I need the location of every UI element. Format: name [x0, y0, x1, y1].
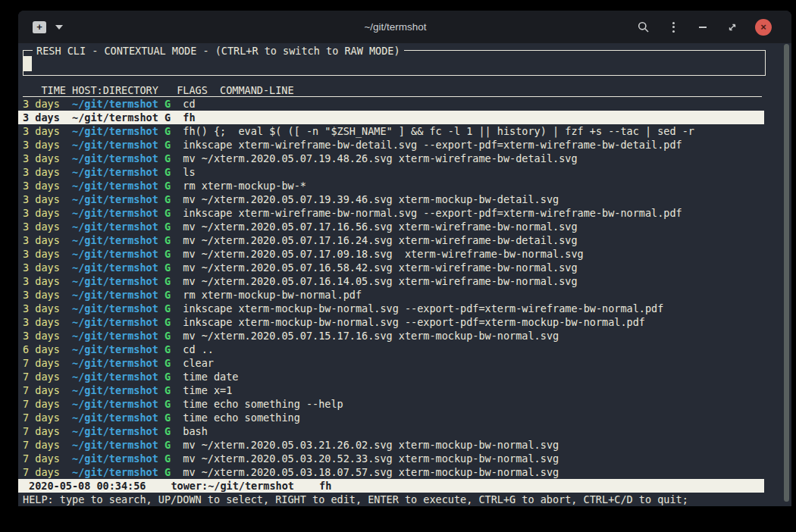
- cell-time: 3 days: [23, 316, 72, 328]
- restore-button[interactable]: [725, 20, 739, 34]
- minimize-button[interactable]: [696, 20, 710, 34]
- search-box-title: RESH CLI - CONTEXTUAL MODE - (CTRL+R to …: [33, 44, 404, 58]
- cell-cmd: mv ~/xterm.2020.05.03.21.26.02.svg xterm…: [183, 439, 559, 451]
- cell-cmd: mv ~/xterm.2020.05.07.15.17.16.svg xterm…: [183, 330, 559, 342]
- cell-time: 7 days: [23, 398, 72, 410]
- tab-dropdown-caret-icon[interactable]: [55, 25, 63, 30]
- new-tab-icon: +: [36, 21, 42, 33]
- search-icon[interactable]: [637, 20, 650, 34]
- cell-cmd: cd: [183, 98, 195, 110]
- history-row[interactable]: 3 days ~/git/termshot G inkscape xterm-w…: [18, 138, 764, 152]
- cell-flag: G: [165, 221, 183, 233]
- history-row[interactable]: 7 days ~/git/termshot G mv ~/xterm.2020.…: [18, 452, 764, 465]
- history-row[interactable]: 3 days ~/git/termshot G mv ~/xterm.2020.…: [18, 220, 764, 233]
- scrollbar-thumb[interactable]: [784, 44, 789, 502]
- cell-cmd: fh: [183, 111, 195, 124]
- cell-flag: G: [165, 275, 183, 287]
- history-row[interactable]: 3 days ~/git/termshot G fh() {; eval $( …: [18, 124, 764, 138]
- cell-cmd: rm xterm-mockup-bw-normal.pdf: [183, 289, 362, 301]
- cell-time: 3 days: [23, 275, 72, 287]
- cell-flag: G: [165, 343, 183, 355]
- history-row[interactable]: 3 days ~/git/termshot G mv ~/xterm.2020.…: [18, 247, 764, 261]
- cell-dir: ~/git/termshot: [72, 384, 165, 396]
- history-row[interactable]: 3 days ~/git/termshot G mv ~/xterm.2020.…: [18, 274, 764, 288]
- history-row[interactable]: 3 days ~/git/termshot G mv ~/xterm.2020.…: [18, 261, 764, 274]
- history-row[interactable]: 7 days ~/git/termshot G time date: [18, 370, 764, 383]
- cell-time: 3 days: [23, 261, 72, 274]
- cell-cmd: mv ~/xterm.2020.05.07.16.58.42.svg xterm…: [183, 261, 577, 274]
- cell-flag: G: [165, 125, 183, 137]
- cell-dir: ~/git/termshot: [72, 275, 165, 287]
- titlebar: + ~/git/termshot: [18, 11, 791, 43]
- cell-dir: ~/git/termshot: [72, 193, 165, 205]
- cell-dir: ~/git/termshot: [72, 316, 165, 328]
- cell-flag: G: [165, 289, 183, 301]
- history-row[interactable]: 3 days ~/git/termshot G inkscape xterm-w…: [18, 206, 764, 220]
- history-row[interactable]: 7 days ~/git/termshot G mv ~/xterm.2020.…: [18, 438, 764, 452]
- cell-dir: ~/git/termshot: [72, 439, 165, 451]
- history-row[interactable]: 3 days ~/git/termshot G mv ~/xterm.2020.…: [18, 152, 764, 165]
- history-row[interactable]: 7 days ~/git/termshot G time echo someth…: [18, 397, 764, 411]
- cell-dir: ~/git/termshot: [72, 139, 165, 151]
- text-cursor: [24, 56, 32, 71]
- history-row[interactable]: 7 days ~/git/termshot G bash: [18, 424, 764, 438]
- cell-time: 3 days: [23, 302, 72, 315]
- cell-cmd: inkscape xterm-wireframe-bw-detail.svg -…: [183, 139, 682, 151]
- new-tab-button[interactable]: +: [33, 21, 46, 33]
- cell-time: 3 days: [23, 139, 72, 151]
- history-row[interactable]: 7 days ~/git/termshot G mv ~/xterm.2020.…: [18, 465, 764, 479]
- history-row[interactable]: 3 days ~/git/termshot G cd: [18, 97, 764, 111]
- history-row[interactable]: 7 days ~/git/termshot G clear: [18, 356, 764, 370]
- history-row[interactable]: 3 days ~/git/termshot G inkscape xterm-m…: [18, 315, 764, 329]
- history-row[interactable]: 3 days ~/git/termshot G inkscape xterm-m…: [18, 302, 764, 315]
- history-row[interactable]: 3 days ~/git/termshot G mv ~/xterm.2020.…: [18, 233, 764, 247]
- cell-time: 3 days: [23, 166, 72, 178]
- cell-time: 3 days: [23, 193, 72, 205]
- help-line: HELP: type to search, UP/DOWN to select,…: [18, 493, 791, 506]
- cell-time: 3 days: [23, 125, 72, 137]
- cell-flag: G: [165, 98, 183, 110]
- terminal-window: + ~/git/termshot: [18, 11, 791, 506]
- cell-flag: G: [165, 452, 183, 465]
- cell-flag: G: [165, 261, 183, 274]
- cell-dir: ~/git/termshot: [72, 221, 165, 233]
- table-header: TIME HOST:DIRECTORY FLAGS COMMAND-LINE: [23, 83, 762, 97]
- scrollbar[interactable]: [781, 43, 791, 506]
- menu-kebab-icon[interactable]: [666, 20, 680, 34]
- cell-cmd: mv ~/xterm.2020.05.07.17.16.56.svg xterm…: [183, 221, 577, 233]
- cell-time: 7 days: [23, 384, 72, 396]
- history-row[interactable]: 7 days ~/git/termshot G time x=1: [18, 383, 764, 397]
- cell-time: 3 days: [23, 289, 72, 301]
- cell-dir: ~/git/termshot: [72, 466, 165, 478]
- cell-dir: ~/git/termshot: [72, 248, 165, 260]
- cell-dir: ~/git/termshot: [72, 207, 165, 219]
- cell-time: 3 days: [23, 152, 72, 164]
- cell-dir: ~/git/termshot: [72, 343, 165, 355]
- history-row[interactable]: 3 days ~/git/termshot G rm xterm-mockup-…: [18, 288, 764, 302]
- history-row[interactable]: 3 days ~/git/termshot G mv ~/xterm.2020.…: [18, 192, 764, 206]
- cell-dir: ~/git/termshot: [72, 302, 165, 315]
- cell-flag: G: [165, 425, 183, 437]
- history-row[interactable]: 3 days ~/git/termshot G mv ~/xterm.2020.…: [18, 329, 764, 343]
- cell-dir: ~/git/termshot: [72, 371, 165, 383]
- close-button[interactable]: ×: [755, 19, 772, 36]
- history-row-selected[interactable]: 3 days ~/git/termshot G fh: [18, 111, 764, 124]
- cell-time: 7 days: [23, 452, 72, 465]
- cell-dir: ~/git/termshot: [72, 234, 165, 246]
- history-row[interactable]: 3 days ~/git/termshot G rm xterm-mockup-…: [18, 179, 764, 192]
- search-box[interactable]: RESH CLI - CONTEXTUAL MODE - (CTRL+R to …: [23, 50, 766, 76]
- cell-dir: ~/git/termshot: [72, 98, 165, 110]
- cell-cmd: clear: [183, 357, 214, 369]
- cell-dir: ~/git/termshot: [72, 166, 165, 178]
- cell-flag: G: [165, 466, 183, 478]
- window-title: ~/git/termshot: [154, 21, 637, 33]
- history-list: 3 days ~/git/termshot G cd3 days ~/git/t…: [18, 97, 764, 479]
- history-row[interactable]: 6 days ~/git/termshot G cd ..: [18, 343, 764, 356]
- cell-dir: ~/git/termshot: [72, 330, 165, 342]
- cell-time: 7 days: [23, 439, 72, 451]
- cell-flag: G: [165, 207, 183, 219]
- history-row[interactable]: 7 days ~/git/termshot G time echo someth…: [18, 411, 764, 424]
- history-row[interactable]: 3 days ~/git/termshot G ls: [18, 165, 764, 179]
- cell-flag: G: [165, 398, 183, 410]
- cell-time: 3 days: [23, 98, 72, 110]
